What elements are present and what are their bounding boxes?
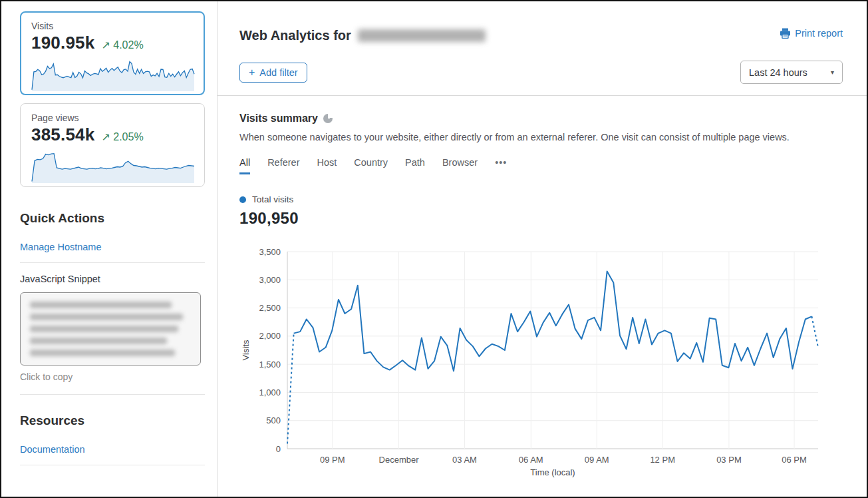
divider [20, 465, 205, 465]
tab-all[interactable]: All [239, 157, 250, 174]
svg-text:06 AM: 06 AM [519, 455, 543, 465]
svg-text:06 PM: 06 PM [782, 455, 807, 465]
plus-icon: + [249, 67, 255, 78]
svg-text:03 PM: 03 PM [716, 455, 742, 465]
redacted-code-line [30, 314, 183, 320]
svg-text:Time (local): Time (local) [530, 467, 575, 477]
main-content: Web Analytics for Print report + A [217, 1, 867, 497]
visits-summary-section: Visits summary When someone navigates to… [239, 96, 843, 482]
documentation-link[interactable]: Documentation [20, 444, 85, 455]
tab-host[interactable]: Host [317, 157, 337, 174]
svg-text:500: 500 [266, 415, 281, 425]
legend-dot-icon [239, 196, 246, 203]
printer-icon [780, 28, 791, 39]
main-header: Web Analytics for Print report + A [239, 1, 843, 96]
print-report-label: Print report [795, 28, 843, 39]
svg-text:09 PM: 09 PM [320, 455, 345, 465]
visits-chart: 05001,0001,5002,0002,5003,0003,50009 PMD… [239, 245, 843, 482]
total-visits-value: 190,950 [239, 209, 843, 228]
redacted-code-line [30, 338, 167, 344]
svg-text:2,000: 2,000 [259, 331, 281, 341]
metric-card-visits[interactable]: Visits 190.95k ↗ 4.02% [20, 11, 205, 95]
svg-text:1,500: 1,500 [259, 360, 281, 370]
time-range-value: Last 24 hours [749, 67, 807, 78]
metric-label: Visits [31, 21, 194, 31]
tab-more-ellipsis[interactable]: ••• [495, 157, 507, 174]
page-title: Web Analytics for [239, 28, 486, 43]
svg-text:0: 0 [276, 444, 281, 454]
svg-text:December: December [379, 455, 420, 465]
visits-summary-title: Visits summary [239, 113, 318, 124]
svg-text:3,500: 3,500 [259, 247, 281, 257]
sidebar: Visits 190.95k ↗ 4.02% Page views 385.54… [1, 1, 217, 497]
redacted-code-line [30, 326, 178, 332]
trend-up-icon: ↗ [101, 131, 110, 142]
visits-line-chart: 05001,0001,5002,0002,5003,0003,50009 PMD… [239, 245, 825, 479]
svg-text:Visits: Visits [241, 340, 251, 360]
tab-referer[interactable]: Referer [267, 157, 299, 174]
tab-country[interactable]: Country [354, 157, 388, 174]
svg-text:2,500: 2,500 [259, 303, 281, 313]
add-filter-button[interactable]: + Add filter [239, 63, 307, 83]
visits-sparkline [31, 57, 195, 92]
manage-hostname-link[interactable]: Manage Hostname [20, 242, 102, 252]
metric-label: Page views [31, 113, 194, 123]
click-to-copy-hint: Click to copy [20, 372, 205, 382]
metric-delta: ↗ 4.02% [101, 39, 143, 51]
legend-label: Total visits [252, 194, 293, 204]
redacted-code-line [30, 302, 172, 308]
metric-card-page-views[interactable]: Page views 385.54k ↗ 2.05% [20, 103, 205, 187]
metric-value: 190.95k [31, 33, 94, 53]
divider [20, 262, 205, 263]
javascript-snippet-box[interactable] [20, 292, 201, 366]
app-window: Visits 190.95k ↗ 4.02% Page views 385.54… [0, 0, 868, 498]
javascript-snippet-label: JavaScript Snippet [20, 274, 205, 284]
svg-text:1,000: 1,000 [259, 387, 281, 397]
quick-actions-title: Quick Actions [20, 211, 205, 226]
tab-browser[interactable]: Browser [442, 157, 478, 174]
tab-path[interactable]: Path [405, 157, 425, 174]
svg-text:03 AM: 03 AM [452, 455, 477, 465]
redacted-code-line [30, 350, 175, 356]
trend-up-icon: ↗ [101, 39, 110, 51]
print-report-link[interactable]: Print report [780, 28, 843, 39]
divider [20, 394, 205, 395]
page-views-sparkline [31, 149, 195, 184]
resources-title: Resources [20, 413, 205, 428]
chevron-down-icon: ▾ [831, 69, 834, 76]
svg-text:12 PM: 12 PM [650, 455, 675, 465]
redacted-domain [358, 29, 486, 42]
metric-delta: ↗ 2.05% [101, 130, 143, 143]
add-filter-label: Add filter [259, 67, 297, 78]
metric-value: 385.54k [31, 124, 94, 145]
summary-tabs: All Referer Host Country Path Browser ••… [239, 157, 843, 174]
visits-summary-description: When someone navigates to your website, … [239, 132, 843, 142]
chart-legend: Total visits [239, 194, 843, 204]
time-range-dropdown[interactable]: Last 24 hours ▾ [740, 61, 843, 84]
help-icon[interactable] [323, 114, 333, 123]
svg-text:09 AM: 09 AM [585, 455, 609, 465]
svg-text:3,000: 3,000 [259, 275, 281, 285]
